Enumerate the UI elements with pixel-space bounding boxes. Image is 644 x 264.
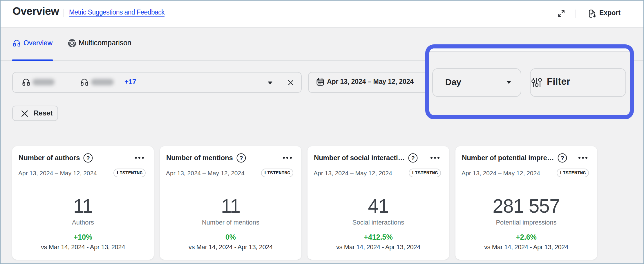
svg-text:?: ? <box>560 155 564 161</box>
svg-text:?: ? <box>86 155 90 161</box>
svg-text:?: ? <box>411 155 415 161</box>
svg-text:?: ? <box>239 155 243 161</box>
